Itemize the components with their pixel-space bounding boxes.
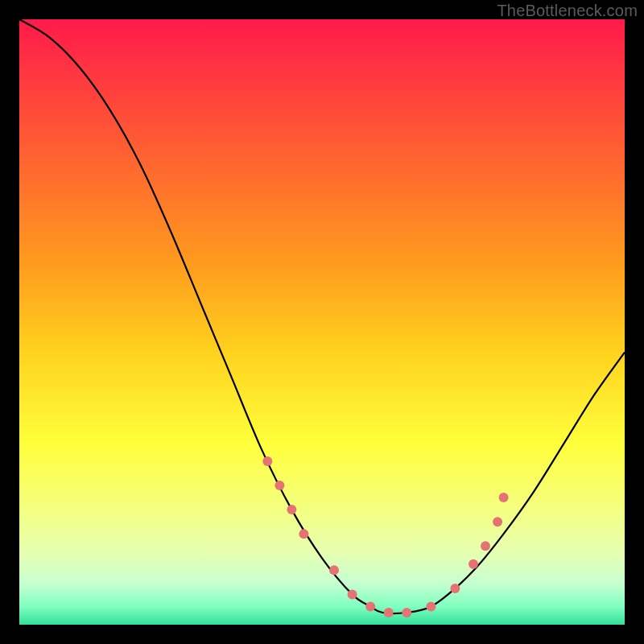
sample-point <box>329 565 339 575</box>
sample-point <box>299 529 308 539</box>
sample-point <box>262 456 272 466</box>
bottleneck-chart <box>19 19 625 625</box>
chart-frame <box>19 19 625 625</box>
sample-point <box>384 608 394 617</box>
sample-point <box>499 493 509 502</box>
sample-point <box>493 517 502 526</box>
sample-point <box>365 601 375 611</box>
sample-point <box>402 608 411 617</box>
sample-point <box>450 584 460 593</box>
sample-point <box>287 505 296 514</box>
sample-point <box>426 601 436 611</box>
watermark-text: TheBottleneck.com <box>497 2 638 20</box>
sample-point <box>275 481 284 490</box>
sample-point <box>348 589 357 599</box>
sample-point <box>469 559 478 569</box>
sample-point <box>481 541 490 551</box>
